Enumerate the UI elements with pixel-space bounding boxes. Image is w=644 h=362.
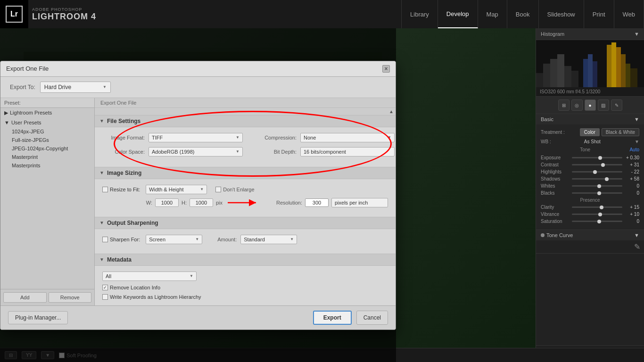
metadata-header[interactable]: ▼ Metadata — [95, 254, 396, 266]
color-space-label: Color Space: — [102, 149, 145, 155]
saturation-track[interactable] — [572, 221, 622, 222]
preset-add-button[interactable]: Add — [3, 292, 47, 303]
wb-dropdown-icon[interactable]: ▼ — [635, 139, 639, 144]
vibrance-track[interactable] — [572, 214, 622, 215]
bit-depth-select[interactable]: 16 bits/component — [300, 147, 395, 156]
color-space-select[interactable]: AdobeRGB (1998) ▼ — [149, 147, 243, 156]
preset-remove-button[interactable]: Remove — [49, 292, 92, 303]
basic-header[interactable]: Basic ▼ — [536, 114, 644, 124]
whites-thumb[interactable] — [597, 184, 601, 188]
preset-group-lightroom-header[interactable]: ▶ Lightroom Presets — [0, 108, 94, 118]
spot-tool[interactable]: ◎ — [571, 99, 583, 111]
bw-treatment-btn[interactable]: Black & White — [602, 128, 639, 136]
preset-group-triangle: ▶ — [4, 110, 8, 116]
metadata-select-row: All ▼ — [102, 272, 388, 281]
file-settings-body: Image Format: TIFF ▼ Compression: None ▼ — [95, 127, 396, 167]
amount-select[interactable]: Standard ▼ — [240, 235, 297, 244]
whites-value: 0 — [625, 183, 639, 189]
export-one-file-label: Export One File — [95, 98, 396, 108]
highlights-thumb[interactable] — [593, 170, 597, 174]
blacks-track[interactable] — [572, 192, 622, 194]
vibrance-thumb[interactable] — [598, 213, 602, 216]
exposure-track[interactable] — [572, 157, 622, 158]
resolution-input[interactable] — [305, 198, 329, 207]
remove-location-label[interactable]: Remove Location Info — [102, 285, 160, 290]
auto-btn[interactable]: Auto — [629, 147, 639, 152]
svg-rect-18 — [588, 54, 593, 87]
preset-group-user-header[interactable]: ▼ User Presets — [0, 118, 94, 127]
contrast-track[interactable] — [572, 164, 622, 165]
w-input[interactable] — [155, 198, 179, 207]
compression-select[interactable]: None ▼ — [300, 133, 395, 142]
cancel-button[interactable]: Cancel — [356, 311, 388, 325]
svg-rect-8 — [557, 54, 564, 87]
remove-location-checkbox[interactable] — [102, 285, 108, 290]
nav-web[interactable]: Web — [614, 0, 644, 28]
h-input[interactable] — [190, 198, 213, 207]
preset-item-jpeg1024[interactable]: JPEG-1024px-Copyright — [0, 144, 94, 153]
image-sizing-body: Resize to Fit: Width & Height ▼ Don't En… — [95, 179, 396, 217]
resize-checkbox-label[interactable]: Resize to Fit: — [102, 187, 140, 192]
preset-item-1024jpeg[interactable]: 1024px-JPEG — [0, 127, 94, 136]
sharpen-checkbox[interactable] — [102, 237, 108, 242]
saturation-thumb[interactable] — [597, 220, 601, 223]
whites-track[interactable] — [572, 185, 622, 187]
scroll-up-arrow[interactable]: ▲ — [389, 109, 394, 114]
file-settings-section: ▼ File Settings Image Format: TIFF ▼ — [95, 115, 396, 167]
export-button[interactable]: Export — [313, 311, 352, 325]
export-to-label: Export To: — [10, 84, 35, 90]
metadata-select[interactable]: All ▼ — [102, 272, 197, 281]
clarity-thumb[interactable] — [600, 206, 603, 209]
brush-tool[interactable]: ✎ — [611, 99, 622, 111]
resolution-unit-select[interactable]: pixels per inch — [331, 198, 388, 207]
nav-slideshow[interactable]: Slideshow — [539, 0, 584, 28]
nav-book[interactable]: Book — [507, 0, 539, 28]
nav-print[interactable]: Print — [584, 0, 614, 28]
highlights-track[interactable] — [572, 171, 622, 173]
shadows-track[interactable] — [572, 178, 622, 180]
plugin-manager-button[interactable]: Plug-in Manager... — [8, 311, 68, 324]
contrast-label: Contrast — [541, 162, 569, 167]
redeye-tool[interactable]: ● — [585, 99, 596, 111]
top-bar: Lr ADOBE PHOTOSHOP LIGHTROOM 4 Library D… — [0, 0, 644, 28]
content-panel: Export One File ▲ ▼ File Settings — [95, 98, 396, 305]
image-format-select[interactable]: TIFF ▼ — [149, 133, 243, 142]
write-keywords-checkbox[interactable] — [102, 294, 108, 300]
crop-tool[interactable]: ⊞ — [558, 99, 570, 111]
wb-value: As Shot — [584, 139, 601, 144]
nav-library[interactable]: Library — [401, 0, 438, 28]
tone-curve-edit-icon[interactable]: ✎ — [634, 242, 640, 251]
shadows-thumb[interactable] — [605, 177, 609, 181]
resize-option-select[interactable]: Width & Height ▼ — [146, 185, 207, 194]
treatment-row: Treatment : Color Black & White — [541, 128, 639, 136]
file-settings-header[interactable]: ▼ File Settings — [95, 115, 396, 127]
histogram-expand-icon[interactable]: ▼ — [634, 31, 639, 37]
image-sizing-header[interactable]: ▼ Image Sizing — [95, 167, 396, 179]
image-sizing-label: Image Sizing — [107, 170, 141, 176]
nav-develop[interactable]: Develop — [438, 0, 478, 28]
tone-curve-header[interactable]: Tone Curve ▼ — [536, 230, 644, 240]
blacks-thumb[interactable] — [597, 191, 601, 195]
write-keywords-label[interactable]: Write Keywords as Lightroom Hierarchy — [102, 294, 201, 300]
color-treatment-btn[interactable]: Color — [580, 128, 600, 136]
dont-enlarge-checkbox[interactable] — [215, 187, 221, 192]
resize-checkbox[interactable] — [102, 187, 108, 192]
tool-bar: ⊞ ◎ ● ▨ ✎ — [536, 97, 644, 114]
sharpen-for-select[interactable]: Screen ▼ — [146, 235, 202, 244]
sharpen-checkbox-label[interactable]: Sharpen For: — [102, 237, 140, 242]
preset-item-masterprints[interactable]: Masterprints — [0, 161, 94, 170]
exposure-value: + 0.30 — [625, 155, 639, 160]
highlights-row: Highlights - 22 — [541, 169, 639, 174]
grad-tool[interactable]: ▨ — [598, 99, 609, 111]
clarity-track[interactable] — [572, 206, 622, 208]
preset-item-masterprint[interactable]: Masterprint — [0, 153, 94, 161]
output-sharpening-header[interactable]: ▼ Output Sharpening — [95, 217, 396, 229]
exposure-thumb[interactable] — [598, 156, 602, 160]
export-to-select[interactable]: Hard Drive ▼ — [40, 82, 111, 93]
dialog-close-button[interactable]: × — [382, 65, 390, 73]
nav-map[interactable]: Map — [478, 0, 507, 28]
preset-item-fullsize[interactable]: Full-size-JPEGs — [0, 136, 94, 144]
contrast-value: + 31 — [625, 162, 639, 167]
contrast-thumb[interactable] — [601, 163, 605, 167]
histogram-area — [536, 40, 644, 87]
